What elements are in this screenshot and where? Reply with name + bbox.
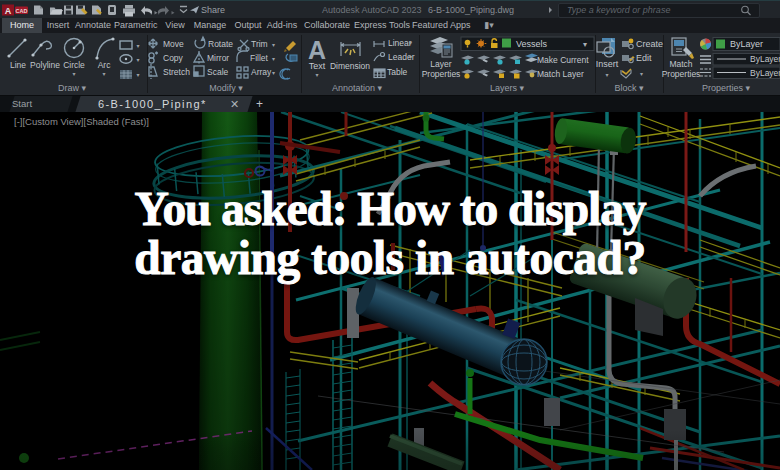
svg-text:▾: ▾: [136, 43, 139, 49]
svg-text:Polyline: Polyline: [30, 60, 60, 70]
svg-text:Match Layer: Match Layer: [537, 69, 584, 79]
svg-text:ByLayer: ByLayer: [750, 68, 780, 78]
svg-text:▾: ▾: [102, 71, 105, 77]
svg-text:Properties: Properties: [422, 69, 461, 79]
svg-text:Rotate: Rotate: [208, 39, 233, 49]
svg-text:ByLayer: ByLayer: [750, 54, 780, 64]
svg-text:Share: Share: [201, 5, 225, 15]
svg-text:▾: ▾: [136, 72, 139, 78]
svg-text:Layer: Layer: [430, 59, 451, 69]
svg-text:▾: ▾: [272, 56, 275, 62]
svg-text:Dimension: Dimension: [330, 61, 370, 71]
svg-text:Make Current: Make Current: [537, 55, 589, 65]
svg-text:Circle: Circle: [63, 60, 85, 70]
svg-text:Vessels: Vessels: [516, 39, 548, 49]
svg-text:Stretch: Stretch: [163, 67, 190, 77]
svg-text:A: A: [308, 36, 326, 64]
svg-text:▾: ▾: [640, 71, 643, 77]
svg-text:Create: Create: [636, 39, 663, 49]
svg-text:▾: ▾: [409, 40, 412, 46]
svg-text:Match: Match: [669, 59, 692, 69]
svg-text:Scale: Scale: [207, 67, 229, 77]
svg-text:▾: ▾: [72, 71, 75, 77]
svg-text:CAD: CAD: [16, 8, 28, 14]
svg-text:A: A: [5, 6, 12, 16]
svg-text:Insert: Insert: [596, 59, 619, 69]
svg-text:Edit: Edit: [636, 53, 652, 63]
svg-text:Fillet: Fillet: [250, 53, 269, 63]
svg-text:Arc: Arc: [98, 60, 112, 70]
svg-text:Move: Move: [163, 39, 184, 49]
svg-text:Trim: Trim: [251, 39, 268, 49]
svg-text:▾: ▾: [136, 57, 139, 63]
svg-text:Properties: Properties: [662, 69, 701, 79]
svg-text:Line: Line: [10, 60, 26, 70]
svg-text:[-][Custom View][Shaded (Fast): [-][Custom View][Shaded (Fast)]: [14, 116, 149, 127]
svg-text:▾: ▾: [315, 72, 318, 78]
svg-text:▾: ▾: [409, 54, 412, 60]
svg-text:Table: Table: [387, 67, 408, 77]
svg-text:▾: ▾: [605, 72, 608, 78]
svg-text:▾: ▾: [272, 42, 275, 48]
svg-text:ByLayer: ByLayer: [730, 39, 763, 49]
svg-text:Copy: Copy: [163, 53, 184, 63]
svg-text:▾: ▾: [272, 70, 275, 76]
svg-text:Text: Text: [309, 61, 326, 71]
svg-text:▾: ▾: [583, 40, 587, 49]
svg-text:Mirror: Mirror: [207, 53, 229, 63]
svg-text:Array: Array: [251, 67, 272, 77]
